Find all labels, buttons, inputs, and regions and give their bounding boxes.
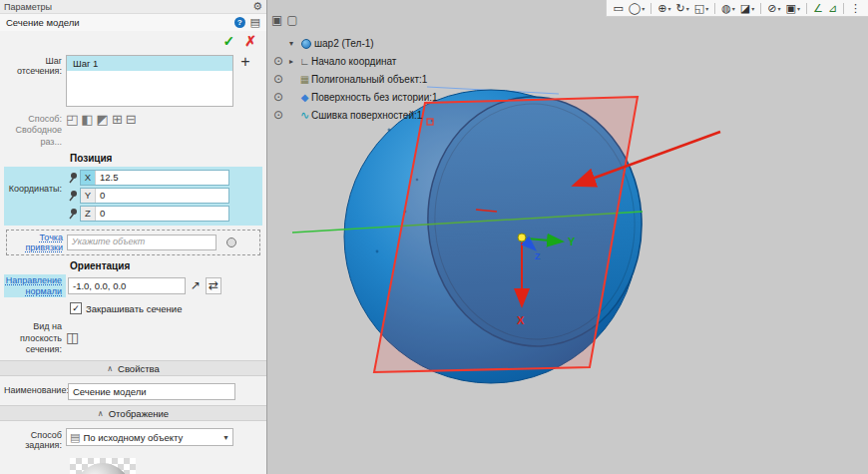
coordinate-z-field[interactable]: Z 0: [80, 206, 229, 222]
help-icon[interactable]: ?: [234, 17, 245, 28]
pin-icon[interactable]: [66, 208, 80, 220]
position-header: Позиция: [70, 153, 262, 164]
method-offset-icon[interactable]: ◩: [97, 113, 109, 127]
pan-icon[interactable]: ⊕▾: [655, 0, 672, 16]
sphere-speckle: [388, 129, 391, 132]
chevron-down-icon: ▼: [222, 434, 229, 441]
panel-list-icon[interactable]: ▤: [250, 16, 260, 29]
model-tree: ▾ шар2 (Тел-1) ⊙ ▸ ∟ Начало координат ⊙ …: [273, 35, 438, 124]
source-object-icon: ▤: [70, 431, 80, 444]
origin-icon: ∟: [298, 56, 311, 67]
visibility-eye-icon[interactable]: ⊙: [273, 108, 289, 122]
method-zone-icon[interactable]: ⊞: [112, 113, 123, 127]
anchor-object-input[interactable]: Укажите объект: [67, 235, 217, 250]
clip-section-icon[interactable]: ▣▾: [783, 0, 801, 16]
tree-root[interactable]: ▾ шар2 (Тел-1): [289, 35, 438, 52]
step-list[interactable]: Шаг 1: [66, 55, 233, 107]
clipboard-mini-toolbar: ▣ ▢: [271, 13, 298, 27]
rotate-icon[interactable]: ↻▾: [674, 0, 691, 16]
panel-titlebar: Параметры ⚙: [0, 0, 266, 14]
fill-section-label: Закрашивать сечение: [86, 303, 182, 314]
visibility-eye-icon[interactable]: ⊙: [273, 72, 289, 86]
sphere-preview: [75, 463, 131, 474]
collapse-icon: ∧: [98, 409, 104, 418]
display-collapse-bar[interactable]: ∧ Отображение: [0, 405, 266, 421]
tree-root-label[interactable]: шар2 (Тел-1): [314, 38, 374, 49]
display-mode-icon[interactable]: ◍▾: [719, 0, 737, 16]
properties-header: Свойства: [118, 363, 160, 374]
viewport[interactable]: X Y Z ▭ ◯▾ ⊕▾ ↻▾ ◱▾ ◍▾ ◪▾ ⊘▾ ▣▾ ∠ ⊿: [267, 0, 868, 474]
tree-item-surface[interactable]: ⊙ ◆ Поверхность без истории:1: [273, 88, 438, 106]
fill-section-checkbox[interactable]: ✓: [70, 302, 82, 314]
direction-arrow-icon[interactable]: ↗: [191, 277, 201, 294]
section-plane-icon[interactable]: ⊿: [826, 0, 839, 16]
pin-icon[interactable]: [66, 190, 80, 202]
clip-tool-icon[interactable]: ▣: [271, 13, 282, 27]
pin-icon[interactable]: [66, 172, 80, 184]
display-header: Отображение: [109, 408, 169, 419]
properties-collapse-bar[interactable]: ∧ Свойства: [0, 360, 266, 376]
view-plane-label: Вид на плоскость сечения:: [4, 319, 66, 355]
body-icon: [301, 39, 311, 49]
chevron-down-icon[interactable]: ▾: [289, 39, 298, 48]
measure-icon[interactable]: ∠: [811, 0, 825, 16]
select-frame-icon[interactable]: ▭: [612, 0, 626, 16]
collapse-icon: ∧: [107, 364, 113, 373]
gear-icon[interactable]: ⚙: [252, 0, 262, 13]
check-icon: ✓: [72, 303, 80, 313]
anchor-point-link[interactable]: Точка привязки: [9, 233, 67, 252]
parameters-form: Шаг отсечения: Шаг 1 + Способ: Свободное…: [0, 51, 266, 355]
axis-y-label: Y: [568, 236, 576, 247]
command-title: Сечение модели: [6, 17, 80, 28]
orientation-header: Ориентация: [70, 260, 262, 271]
sphere-speckle: [376, 250, 379, 253]
chevron-right-icon[interactable]: ▸: [289, 57, 298, 66]
hide-objects-icon[interactable]: ⊘▾: [765, 0, 782, 16]
method-buttons: ◰ ◧ ◩ ⊞ ⊟: [66, 112, 137, 127]
axis-x-label: X: [517, 314, 525, 326]
coordinates-label: Координаты:: [4, 170, 66, 223]
orientation-icon[interactable]: ◱▾: [692, 0, 710, 16]
anchor-picker-button[interactable]: [226, 237, 236, 247]
tree-item-stitching[interactable]: ⊙ ∿ Сшивка поверхностей:1: [273, 106, 438, 124]
command-header: Сечение модели ? ▤: [0, 14, 266, 31]
method-plane-icon[interactable]: ◧: [81, 113, 93, 127]
normal-direction-input[interactable]: -1.0, 0.0, 0.0: [68, 277, 186, 294]
material-preview[interactable]: [70, 458, 136, 474]
flip-direction-icon[interactable]: ⇄: [206, 277, 221, 294]
tree-item-origin[interactable]: ⊙ ▸ ∟ Начало координат: [273, 52, 438, 70]
name-label: Наименование:: [4, 383, 66, 395]
normal-direction-link[interactable]: Направление нормали: [4, 274, 66, 298]
step-item[interactable]: Шаг 1: [67, 56, 232, 71]
visibility-eye-icon[interactable]: ⊙: [273, 54, 289, 68]
method-label: Способ: Свободное раз...: [4, 112, 66, 148]
confirm-button[interactable]: ✓: [223, 33, 235, 49]
axis-z-label: Z: [535, 251, 541, 261]
coordinates-block: Координаты: X 12.5 Y 0: [4, 167, 262, 226]
definition-method-label: Способ задания:: [4, 428, 66, 450]
parameters-panel: Параметры ⚙ Сечение модели ? ▤ ✓ ✗ Шаг о…: [0, 0, 267, 474]
polygonal-object-icon: ▦: [298, 74, 311, 85]
stitch-surfaces-icon: ∿: [298, 109, 311, 122]
more-tools-icon[interactable]: ⋮: [848, 0, 863, 16]
method-box-icon[interactable]: ⊟: [126, 113, 137, 127]
anchor-row: Точка привязки Укажите объект: [6, 230, 260, 255]
name-input[interactable]: Сечение модели: [68, 383, 235, 400]
view-toolbar: ▭ ◯▾ ⊕▾ ↻▾ ◱▾ ◍▾ ◪▾ ⊘▾ ▣▾ ∠ ⊿ ⋮: [606, 0, 868, 17]
zoom-icon[interactable]: ◯▾: [627, 0, 647, 16]
clip-tool-secondary-icon[interactable]: ▢: [286, 13, 297, 27]
visibility-eye-icon[interactable]: ⊙: [273, 90, 289, 104]
coordinate-x-field[interactable]: X 12.5: [80, 170, 229, 186]
tree-item-polygonal-object[interactable]: ⊙ ▦ Полигональный объект:1: [273, 70, 438, 88]
add-step-button[interactable]: +: [233, 55, 257, 69]
definition-method-select[interactable]: ▤ По исходному объекту ▼: [66, 428, 233, 446]
origin-point[interactable]: [518, 234, 526, 241]
coordinate-y-field[interactable]: Y 0: [80, 188, 229, 204]
method-free-icon[interactable]: ◰: [66, 113, 78, 127]
view-plane-icon[interactable]: ◫: [66, 329, 79, 345]
confirm-row: ✓ ✗: [0, 31, 266, 51]
display-edges-icon[interactable]: ◪▾: [738, 0, 756, 16]
panel-title: Параметры: [4, 2, 52, 12]
cancel-button[interactable]: ✗: [244, 33, 256, 49]
surface-icon: ◆: [298, 92, 311, 103]
